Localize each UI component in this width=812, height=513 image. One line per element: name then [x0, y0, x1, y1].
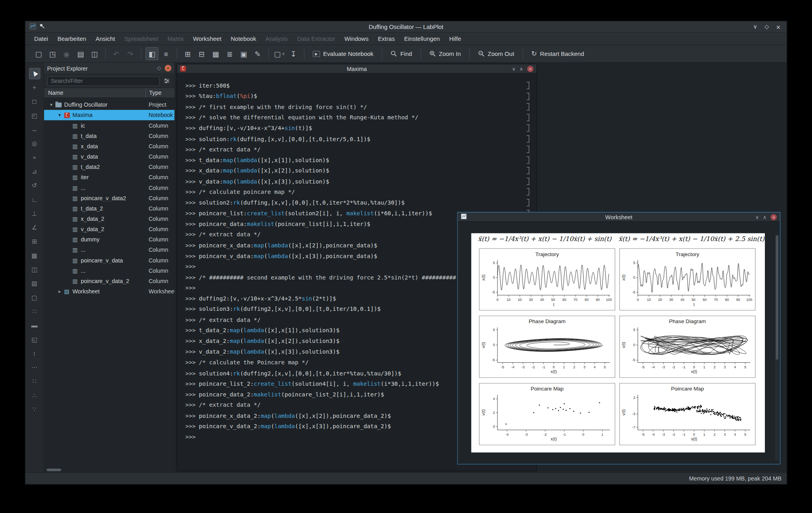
- tree-row-t-data-2[interactable]: ▥t_data_2Column: [44, 203, 174, 214]
- vertical-pan-icon[interactable]: ↕: [29, 348, 40, 359]
- expander-icon[interactable]: ▾: [57, 113, 63, 118]
- proportion-icon[interactable]: ∷: [29, 376, 40, 387]
- dots-grid-icon[interactable]: ∷: [29, 306, 40, 317]
- column-header-type[interactable]: Type: [145, 88, 174, 98]
- maxima-titlebar[interactable]: ζ Maxima ∨ ∧ ×: [177, 64, 536, 74]
- dense-grid-icon[interactable]: ▦: [29, 250, 40, 261]
- toggle-dock-view-icon[interactable]: ◧: [145, 47, 158, 60]
- box-icon[interactable]: ▢: [29, 292, 40, 303]
- notebook-entry-3[interactable]: >>>/* first example with the driving for…: [177, 101, 536, 112]
- float-panel-icon[interactable]: ◇: [157, 65, 161, 71]
- tree-row-t-data2[interactable]: ▥t_data2Column: [44, 162, 174, 172]
- zoom-out-button[interactable]: Zoom Out: [473, 47, 519, 61]
- notebook-entry-10[interactable]: >>>v_data:map(lambda([x],x[3]),solution)…: [177, 176, 536, 187]
- plot-phase-diagram-2[interactable]: Phase Diagram-5-4-3-2-1012345-505x(t)v(t…: [619, 316, 756, 378]
- export-notebook-icon[interactable]: ↧: [287, 47, 300, 60]
- crop-icon[interactable]: ◱: [29, 334, 40, 345]
- pin-icon[interactable]: [39, 23, 45, 30]
- menu-windows[interactable]: Windows: [340, 33, 374, 45]
- select-cursor-icon[interactable]: ▶: [29, 68, 40, 79]
- new-project-icon[interactable]: ▢: [32, 47, 45, 60]
- maximize-icon[interactable]: ◇: [764, 24, 769, 29]
- worksheet-titlebar[interactable]: Worksheet ∨ ∧ ×: [458, 212, 780, 222]
- worksheet-vscrollbar-thumb[interactable]: [776, 235, 778, 360]
- show-results-icon[interactable]: ≣: [223, 47, 236, 60]
- restore-window-icon[interactable]: ∧: [520, 66, 523, 71]
- notebook-entry-6[interactable]: >>>solution:rk(duffing,[x,v],[0,0],[t,0,…: [177, 134, 536, 144]
- select-region-icon[interactable]: ◰: [29, 110, 40, 121]
- insert-entry-above-icon[interactable]: ⊞: [181, 47, 194, 60]
- print-icon[interactable]: ▤: [74, 47, 87, 60]
- restart-backend-button[interactable]: ↻Restart Backend: [526, 47, 589, 61]
- evaluate-notebook-button[interactable]: ▶Evaluate Notebook: [308, 47, 378, 61]
- open-project-icon[interactable]: ◳: [46, 47, 59, 60]
- image-frame-icon[interactable]: ◫: [29, 264, 40, 275]
- tree-row-dots[interactable]: ▥...Column: [44, 245, 174, 255]
- worksheet-view[interactable]: ẍ(t) = −1/4x³(t) + x(t) − 1/10ẋ(t) + sin…: [458, 222, 780, 464]
- tree-row-iter[interactable]: ▥iterColumn: [44, 172, 174, 182]
- expander-icon[interactable]: ▾: [48, 102, 55, 107]
- insert-entry-below-icon[interactable]: ⊟: [195, 47, 208, 60]
- notebook-entry-2[interactable]: >>>%tau:bfloat(%pi)$: [177, 91, 536, 102]
- rows-icon[interactable]: ▤: [29, 278, 40, 289]
- zoom-select-icon[interactable]: ◻: [29, 96, 40, 107]
- hide-results-icon[interactable]: ▣: [237, 47, 250, 60]
- notebook-entry-5[interactable]: >>>duffing:[v,-v/10+x-x^3/4+sin(t)]$: [177, 123, 536, 134]
- menu-ansicht[interactable]: Ansicht: [91, 33, 120, 45]
- expander-icon[interactable]: ▸: [57, 289, 63, 294]
- target-icon[interactable]: ◎: [29, 138, 40, 149]
- menu-bearbeiten[interactable]: Bearbeiten: [53, 33, 91, 45]
- scatter-tool-icon[interactable]: ∴: [29, 390, 40, 401]
- tree-row-poincare-v-data[interactable]: ▥poincare_v_dataColumn: [44, 255, 174, 265]
- worksheet-canvas[interactable]: ẍ(t) = −1/4x³(t) + x(t) − 1/10ẋ(t) + sin…: [471, 233, 765, 452]
- tree-row-ic[interactable]: ▥icColumn: [44, 120, 174, 130]
- notebook-entry-12[interactable]: >>>solution2:rk(duffing,[x,v],[0,0],[t,0…: [177, 197, 536, 208]
- menu-datei[interactable]: Datei: [30, 33, 53, 45]
- syntax-highlight-icon[interactable]: ✎: [251, 47, 264, 60]
- zoom-in-button[interactable]: Zoom In: [424, 47, 465, 61]
- restore-window-icon[interactable]: ∧: [763, 214, 766, 220]
- notebook-entry-7[interactable]: >>>/* extract data */: [177, 144, 536, 155]
- close-window-icon[interactable]: ×: [527, 65, 534, 72]
- tree-row-v-data[interactable]: ▥v_dataColumn: [44, 151, 174, 162]
- tree-column-header[interactable]: Name Type: [44, 88, 174, 98]
- plot-poincare-map-2[interactable]: Poincare Map-5-4-3-2-10123452-3-7x(t)v(t…: [619, 383, 756, 445]
- titlebar[interactable]: Duffing Oscillator — LabPlot ∨ ◇ ×: [25, 21, 787, 33]
- minimize-icon[interactable]: ∨: [753, 24, 757, 29]
- notebook-entry-4[interactable]: >>>/* solve the differential equation wi…: [177, 112, 536, 123]
- angle-tool-icon[interactable]: ∠: [29, 222, 40, 234]
- plot-trajectory-2[interactable]: Trajectory0102030405060708090100-505tx(t…: [619, 248, 756, 310]
- notebook-entry-8[interactable]: >>>t_data:map(lambda([x],x[1]),solution)…: [177, 155, 536, 166]
- notebook-entry-9[interactable]: >>>x_data:map(lambda([x],x[2]),solution)…: [177, 166, 536, 176]
- bar-icon[interactable]: ▬: [29, 320, 40, 331]
- menu-hilfe[interactable]: Hilfe: [444, 33, 466, 45]
- axis-corner-icon[interactable]: ∟: [29, 194, 40, 205]
- close-panel-icon[interactable]: ×: [165, 65, 172, 71]
- tree-row-dummy[interactable]: ▥dummyColumn: [44, 234, 174, 245]
- tree-hscrollbar-thumb[interactable]: [47, 468, 61, 471]
- plot-poincare-map-1[interactable]: Poincare Map-4-3-2-101024x(t)v(t): [479, 383, 615, 445]
- tree-row-maxima[interactable]: ▾ζMaximaNotebook: [44, 110, 174, 120]
- column-header-name[interactable]: Name: [44, 88, 145, 98]
- scatter-tool2-icon[interactable]: ∵: [29, 404, 40, 415]
- tree-row-dots[interactable]: ▥...Column: [44, 182, 174, 193]
- tree-row-x-data[interactable]: ▥x_dataColumn: [44, 141, 174, 151]
- notebook-entry-11[interactable]: >>>/* calculate poincare map */: [177, 187, 536, 197]
- project-explorer-header[interactable]: Project Explorer ◇ ×: [44, 63, 174, 74]
- polygon-tool-icon[interactable]: ⊿: [29, 166, 40, 177]
- tree-row-poincare-v-data-2[interactable]: ▥poincare_v_data_2Column: [44, 276, 174, 286]
- horizontal-pan-icon[interactable]: ↔: [29, 124, 40, 135]
- ellipsis-icon[interactable]: ⋯: [29, 362, 40, 373]
- close-icon[interactable]: ×: [776, 23, 781, 30]
- curve-tool-icon[interactable]: ≈: [29, 152, 40, 163]
- axis-bottom-icon[interactable]: ⊥: [29, 208, 40, 219]
- grid-icon[interactable]: ⊞: [29, 236, 40, 247]
- shade-window-icon[interactable]: ∨: [755, 214, 759, 220]
- rotate-tool-icon[interactable]: ↺: [29, 180, 40, 191]
- evaluate-all-entries-icon[interactable]: ▦: [209, 47, 222, 60]
- menu-worksheet[interactable]: Worksheet: [189, 33, 226, 45]
- menu-einstellungen[interactable]: Einstellungen: [399, 33, 444, 45]
- find-button[interactable]: Find: [386, 47, 417, 61]
- new-notebook-icon[interactable]: ▢∨: [273, 47, 286, 60]
- tree-row-t-data[interactable]: ▥t_dataColumn: [44, 130, 174, 141]
